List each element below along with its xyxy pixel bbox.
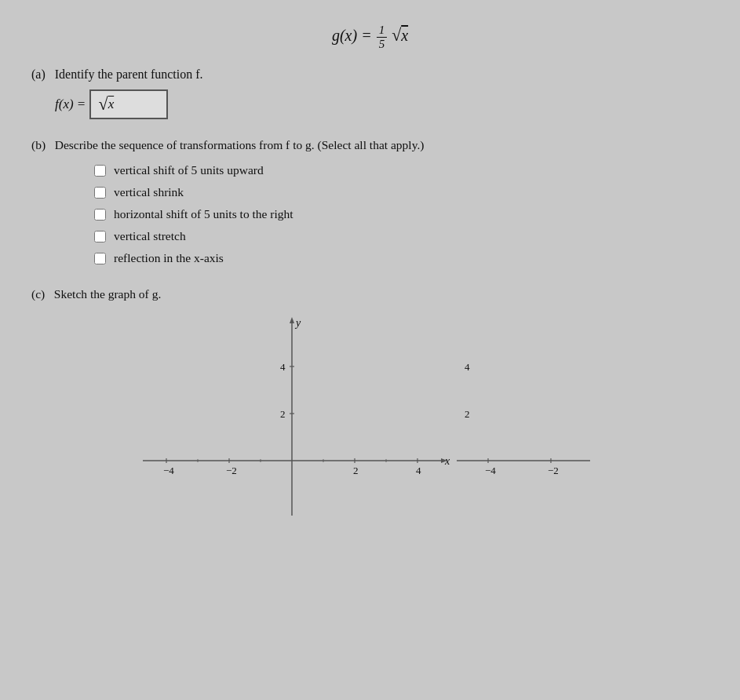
x-axis-label: x — [444, 455, 450, 467]
radicand: x — [401, 27, 408, 44]
right-graph: 4 2 −4 −2 — [457, 315, 614, 520]
denominator: 5 — [377, 38, 388, 51]
sqrt-symbol: √ — [392, 25, 401, 45]
main-graph: x y −4 −2 2 4 — [127, 315, 457, 520]
option-4-label: vertical stretch — [114, 229, 186, 243]
checkbox-5[interactable] — [94, 253, 106, 264]
checkbox-2[interactable] — [94, 187, 106, 199]
part-a-label: (a) Identify the parent function f. — [31, 67, 709, 82]
option-5: reflection in the x-axis — [94, 251, 709, 265]
svg-rect-21 — [457, 315, 614, 520]
fx-prefix: f(x) = — [55, 97, 86, 112]
graph-svg: x y −4 −2 2 4 — [127, 315, 457, 520]
part-c: (c) Sketch the graph of g. — [31, 287, 709, 520]
svg-text:−2: −2 — [548, 465, 559, 476]
checkbox-4[interactable] — [94, 231, 106, 242]
part-b: (b) Describe the sequence of transformat… — [31, 138, 709, 265]
part-b-label: (b) Describe the sequence of transformat… — [31, 138, 709, 152]
numerator: 1 — [377, 24, 388, 38]
svg-text:4: 4 — [465, 361, 470, 373]
page: g(x) = 1 5 √x (a) Identify the parent fu… — [0, 0, 740, 700]
option-1-label: vertical shift of 5 units upward — [114, 163, 264, 177]
checkbox-3[interactable] — [94, 209, 106, 221]
checkbox-1[interactable] — [94, 165, 106, 177]
parent-function-input[interactable]: √x — [89, 89, 168, 119]
option-4: vertical stretch — [94, 229, 709, 243]
svg-text:2: 2 — [280, 408, 286, 420]
graph-area: x y −4 −2 2 4 — [31, 315, 709, 520]
g-equation: g(x) = 1 5 √x — [332, 27, 408, 44]
svg-text:2: 2 — [465, 408, 470, 420]
svg-text:−4: −4 — [163, 465, 174, 476]
transformation-options: vertical shift of 5 units upward vertica… — [94, 163, 709, 265]
part-a: (a) Identify the parent function f. f(x)… — [31, 67, 709, 119]
parent-function-display: f(x) = √x — [55, 89, 168, 119]
input-radicand: x — [108, 97, 115, 112]
option-3-label: horizontal shift of 5 units to the right — [114, 207, 293, 221]
sqrt-icon: √ — [99, 94, 108, 115]
svg-text:−4: −4 — [485, 465, 496, 476]
svg-text:4: 4 — [416, 465, 421, 476]
option-5-label: reflection in the x-axis — [114, 251, 224, 265]
function-title: g(x) = 1 5 √x — [31, 24, 709, 50]
right-graph-svg: 4 2 −4 −2 — [457, 315, 614, 520]
y-axis-label: y — [294, 317, 301, 329]
part-c-label: (c) Sketch the graph of g. — [31, 287, 709, 301]
option-3: horizontal shift of 5 units to the right — [94, 207, 709, 221]
svg-text:2: 2 — [353, 465, 359, 476]
option-2-label: vertical shrink — [114, 185, 184, 199]
svg-text:−2: −2 — [226, 465, 237, 476]
svg-text:4: 4 — [280, 361, 286, 373]
option-2: vertical shrink — [94, 185, 709, 199]
option-1: vertical shift of 5 units upward — [94, 163, 709, 177]
